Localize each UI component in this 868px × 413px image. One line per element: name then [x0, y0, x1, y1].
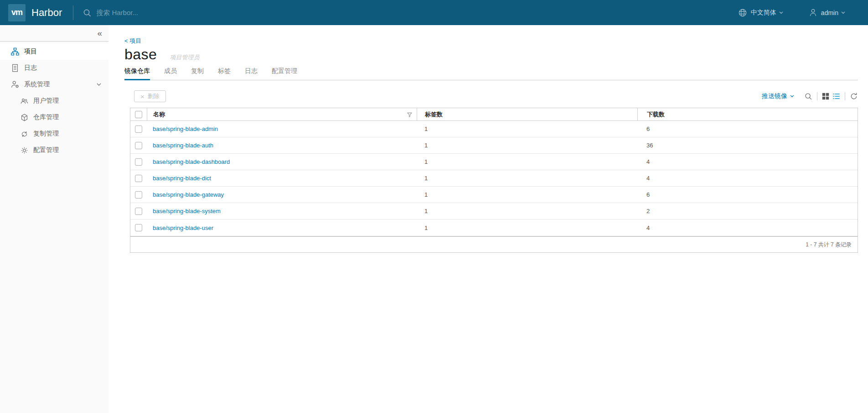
sidebar-item-logs[interactable]: 日志 — [0, 60, 108, 76]
list-view-icon[interactable] — [832, 93, 840, 100]
users-icon — [21, 97, 28, 105]
search-icon — [83, 8, 92, 17]
row-checkbox[interactable] — [135, 142, 142, 149]
sidebar-item-registries[interactable]: 仓库管理 — [0, 109, 108, 125]
repo-link[interactable]: base/spring-blade-dict — [153, 175, 211, 182]
download-count: 4 — [637, 175, 858, 182]
repo-toolbar: × 删除 推送镜像 — [124, 89, 858, 103]
tab-labels[interactable]: 标签 — [218, 67, 231, 80]
globe-icon — [738, 8, 747, 17]
download-count: 4 — [637, 225, 858, 231]
sidebar-item-label: 配置管理 — [33, 146, 59, 154]
repo-link[interactable]: base/spring-blade-dashboard — [153, 158, 230, 165]
row-checkbox[interactable] — [135, 175, 142, 182]
tab-configuration[interactable]: 配置管理 — [272, 67, 297, 80]
select-all-checkbox[interactable] — [135, 111, 142, 118]
role-badge: 项目管理员 — [170, 53, 199, 62]
tag-count: 1 — [417, 142, 637, 149]
sidebar-item-label: 复制管理 — [33, 130, 59, 138]
sidebar-item-label: 日志 — [24, 64, 37, 72]
pagination-summary: 1 - 7 共计 7 条记录 — [806, 241, 852, 249]
table-row: base/spring-blade-admin 1 6 — [130, 121, 858, 137]
column-header-tags: 标签数 — [417, 108, 637, 121]
sidebar-collapse-row: « — [0, 25, 108, 42]
push-image-dropdown[interactable]: 推送镜像 — [762, 92, 794, 100]
repo-link[interactable]: base/spring-blade-user — [153, 225, 213, 231]
delete-button-label: 删除 — [148, 92, 160, 100]
main-content: < 项目 base 项目管理员 镜像仓库 成员 复制 标签 日志 配置管理 × … — [108, 25, 868, 413]
toolbar-separator — [817, 92, 817, 100]
project-tabs: 镜像仓库 成员 复制 标签 日志 配置管理 — [124, 67, 858, 80]
tag-count: 1 — [417, 208, 637, 214]
app-title: Harbor — [31, 7, 62, 19]
tab-logs[interactable]: 日志 — [245, 67, 258, 80]
repo-link[interactable]: base/spring-blade-gateway — [153, 191, 224, 198]
sidebar-item-label: 项目 — [24, 47, 37, 56]
user-menu[interactable]: admin — [809, 8, 845, 17]
tab-replication[interactable]: 复制 — [191, 67, 204, 80]
select-all-cell — [130, 108, 147, 121]
header-right: 中文简体 admin — [738, 8, 868, 17]
sidebar-item-configuration[interactable]: 配置管理 — [0, 142, 108, 158]
download-count: 6 — [637, 191, 858, 198]
row-checkbox[interactable] — [135, 208, 142, 215]
tab-repositories[interactable]: 镜像仓库 — [124, 67, 150, 80]
tab-members[interactable]: 成员 — [164, 67, 177, 80]
push-image-label: 推送镜像 — [762, 92, 787, 100]
table-row: base/spring-blade-user 1 4 — [130, 220, 858, 236]
column-header-downloads: 下载数 — [637, 108, 858, 121]
org-chart-icon — [11, 47, 19, 56]
cube-icon — [21, 114, 28, 121]
table-row: base/spring-blade-gateway 1 6 — [130, 187, 858, 203]
table-row: base/spring-blade-auth 1 36 — [130, 137, 858, 154]
log-list-icon — [11, 64, 19, 72]
repo-link[interactable]: base/spring-blade-auth — [153, 142, 213, 149]
sidebar: « 项目 日志 — [0, 25, 108, 413]
filter-funnel-icon[interactable] — [407, 112, 412, 117]
column-header-tags-label: 标签数 — [425, 110, 443, 119]
column-header-name-label: 名称 — [153, 110, 165, 119]
sidebar-item-projects[interactable]: 项目 — [0, 43, 108, 60]
delete-button[interactable]: × 删除 — [134, 90, 166, 102]
refresh-icon[interactable] — [850, 92, 858, 100]
column-header-downloads-label: 下载数 — [647, 110, 665, 119]
gear-icon — [21, 146, 28, 154]
sidebar-item-label: 用户管理 — [33, 97, 59, 105]
collapse-sidebar-icon[interactable]: « — [97, 29, 102, 37]
search-input[interactable] — [96, 9, 251, 16]
column-header-name: 名称 — [147, 108, 417, 121]
back-to-projects-link[interactable]: < 项目 — [124, 37, 141, 45]
top-header: vm Harbor 中文简体 — [0, 0, 868, 25]
table-row: base/spring-blade-dashboard 1 4 — [130, 154, 858, 170]
vmware-logo-text: vm — [11, 8, 22, 17]
repositories-table: 名称 标签数 下载数 base/spring-blad — [130, 108, 858, 253]
repo-link[interactable]: base/spring-blade-admin — [153, 125, 218, 132]
repo-link[interactable]: base/spring-blade-system — [153, 208, 221, 214]
sidebar-item-label: 仓库管理 — [33, 113, 59, 121]
sidebar-item-replications[interactable]: 复制管理 — [0, 125, 108, 142]
row-checkbox[interactable] — [135, 224, 142, 231]
replication-sync-icon — [21, 130, 28, 138]
row-checkbox[interactable] — [135, 158, 142, 166]
admin-user-gear-icon — [11, 80, 19, 89]
tag-count: 1 — [417, 158, 637, 165]
table-row: base/spring-blade-system 1 2 — [130, 203, 858, 220]
filter-search-icon[interactable] — [804, 92, 812, 100]
download-count: 36 — [637, 142, 858, 149]
chevron-down-icon — [841, 11, 845, 14]
language-label: 中文简体 — [751, 9, 776, 17]
download-count: 2 — [637, 208, 858, 214]
language-menu[interactable]: 中文简体 — [738, 8, 783, 17]
sidebar-item-administration[interactable]: 系统管理 — [0, 76, 108, 93]
chevron-down-icon — [787, 95, 794, 98]
delete-x-icon: × — [140, 93, 145, 100]
download-count: 6 — [637, 125, 858, 132]
table-footer: 1 - 7 共计 7 条记录 — [130, 236, 858, 252]
vmware-logo[interactable]: vm — [8, 4, 26, 21]
sidebar-item-users[interactable]: 用户管理 — [0, 93, 108, 109]
card-view-icon[interactable] — [822, 93, 829, 100]
chevron-down-icon — [779, 11, 783, 14]
row-checkbox[interactable] — [135, 191, 142, 199]
tag-count: 1 — [417, 191, 637, 198]
row-checkbox[interactable] — [135, 125, 142, 133]
